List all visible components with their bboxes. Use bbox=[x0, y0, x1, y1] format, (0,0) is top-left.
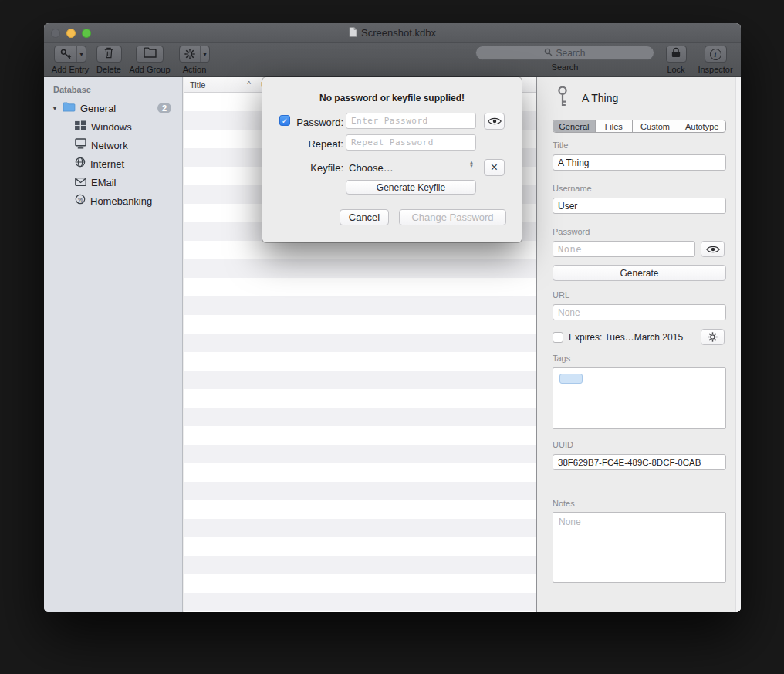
password-dialog: No password or keyfile supplied! ✓ Passw… bbox=[262, 77, 522, 242]
toolbar-item-action: ▾ Action bbox=[175, 46, 214, 74]
sidebar-item-network[interactable]: Network bbox=[44, 136, 182, 154]
sidebar: Database ▼ General 2 Windows Networ bbox=[44, 77, 183, 612]
reveal-password-button[interactable] bbox=[701, 241, 725, 257]
folder-icon bbox=[63, 101, 76, 115]
notes-box[interactable]: None bbox=[553, 512, 726, 583]
tags-box[interactable] bbox=[553, 367, 726, 429]
sidebar-item-internet[interactable]: Internet bbox=[44, 154, 182, 173]
password-input[interactable] bbox=[553, 241, 695, 257]
entry-title: A Thing bbox=[582, 92, 618, 104]
change-password-button[interactable]: Change Password bbox=[399, 209, 506, 225]
dialog-password-input[interactable] bbox=[346, 113, 476, 129]
add-group-label: Add Group bbox=[129, 65, 170, 74]
sidebar-item-homebanking[interactable]: % Homebanking bbox=[44, 191, 182, 210]
add-entry-dropdown[interactable]: ▾ bbox=[76, 46, 85, 62]
action-dropdown[interactable]: ▾ bbox=[200, 46, 208, 62]
banking-icon: % bbox=[75, 194, 86, 208]
add-group-button[interactable] bbox=[136, 46, 164, 63]
search-input[interactable]: Search bbox=[475, 46, 654, 60]
action-label: Action bbox=[183, 65, 207, 74]
sidebar-group-label: General bbox=[80, 103, 116, 114]
trash-icon bbox=[103, 46, 114, 62]
inspector-label: Inspector bbox=[698, 65, 732, 74]
toolbar-item-search: Search Search bbox=[475, 46, 654, 72]
toolbar-item-add-entry: ▾ Add Entry bbox=[51, 46, 90, 74]
inspector-button[interactable]: i bbox=[705, 46, 727, 63]
uuid-label: UUID bbox=[553, 440, 573, 449]
toolbar-item-inspector: i Inspector bbox=[697, 46, 734, 74]
windows-icon bbox=[75, 120, 86, 134]
dialog-repeat-input[interactable] bbox=[346, 134, 476, 151]
tab-autotype[interactable]: Autotype bbox=[678, 120, 725, 132]
uuid-input[interactable] bbox=[553, 454, 726, 470]
url-label: URL bbox=[553, 290, 569, 300]
inspector-panel: A Thing General Files Custom Autotype Ti… bbox=[536, 77, 741, 612]
search-placeholder: Search bbox=[556, 48, 585, 59]
toolbar-item-lock: Lock bbox=[663, 46, 689, 74]
minimize-button[interactable] bbox=[66, 29, 76, 38]
lock-icon bbox=[671, 47, 681, 61]
sidebar-item-windows[interactable]: Windows bbox=[44, 117, 182, 136]
generate-keyfile-button[interactable]: Generate Keyfile bbox=[346, 180, 476, 195]
expires-gear-button[interactable] bbox=[701, 329, 725, 345]
folder-plus-icon bbox=[144, 47, 157, 61]
tags-label: Tags bbox=[553, 354, 570, 363]
add-entry-button[interactable]: ▾ bbox=[54, 46, 86, 63]
action-button[interactable]: ▾ bbox=[179, 46, 209, 63]
zoom-button[interactable] bbox=[82, 29, 91, 38]
toolbar-item-delete: Delete bbox=[93, 46, 124, 74]
cancel-button[interactable]: Cancel bbox=[340, 209, 389, 225]
keyfile-popup[interactable]: Choose… ▲ ▼ bbox=[346, 159, 478, 176]
svg-text:%: % bbox=[78, 197, 83, 202]
dialog-repeat-label: Repeat: bbox=[293, 138, 343, 150]
tab-files[interactable]: Files bbox=[596, 120, 633, 132]
inspector-scrollbar[interactable] bbox=[735, 77, 741, 612]
info-icon: i bbox=[710, 49, 721, 60]
stepper-icon: ▲ ▼ bbox=[469, 161, 474, 168]
clear-keyfile-button[interactable]: × bbox=[484, 159, 505, 176]
sidebar-header: Database bbox=[53, 85, 182, 94]
close-button[interactable] bbox=[51, 29, 60, 38]
dialog-keyfile-label: Keyfile: bbox=[293, 162, 343, 174]
expires-label: Expires: Tues…March 2015 bbox=[569, 332, 683, 343]
keyfile-value: Choose… bbox=[346, 162, 394, 174]
window-title: Screenshot.kdbx bbox=[361, 27, 436, 39]
sidebar-group-general[interactable]: ▼ General 2 bbox=[44, 99, 182, 117]
key-plus-icon bbox=[55, 48, 76, 60]
sidebar-item-email[interactable]: EMail bbox=[44, 173, 182, 191]
column-header-title[interactable]: Title ^ bbox=[184, 77, 255, 92]
password-label: Password bbox=[553, 227, 590, 236]
tab-custom[interactable]: Custom bbox=[633, 120, 679, 132]
group-badge: 2 bbox=[157, 103, 171, 113]
sidebar-item-label: EMail bbox=[91, 177, 117, 188]
sidebar-item-label: Internet bbox=[90, 158, 124, 170]
traffic-lights bbox=[51, 29, 91, 38]
search-icon bbox=[544, 48, 553, 59]
disclosure-icon[interactable]: ▼ bbox=[52, 105, 63, 112]
dialog-reveal-button[interactable] bbox=[484, 113, 505, 130]
lock-button[interactable] bbox=[666, 46, 687, 63]
generate-button[interactable]: Generate bbox=[553, 265, 726, 281]
document-icon bbox=[349, 27, 357, 39]
titlebar: Screenshot.kdbx bbox=[44, 23, 741, 43]
sidebar-item-label: Windows bbox=[91, 121, 132, 133]
network-icon bbox=[75, 138, 86, 152]
tag-chip[interactable] bbox=[559, 374, 583, 384]
sidebar-item-label: Network bbox=[91, 140, 128, 151]
check-icon: ✓ bbox=[282, 117, 288, 125]
delete-button[interactable] bbox=[96, 46, 122, 63]
dialog-message: No password or keyfile supplied! bbox=[262, 93, 522, 103]
username-label: Username bbox=[553, 184, 592, 193]
username-input[interactable] bbox=[553, 198, 726, 214]
inspector-tabs: General Files Custom Autotype bbox=[553, 120, 726, 133]
entry-key-icon bbox=[554, 85, 571, 111]
sidebar-item-label: Homebanking bbox=[90, 195, 152, 207]
url-input[interactable] bbox=[553, 304, 726, 320]
column-title-label: Title bbox=[190, 80, 205, 90]
mail-icon bbox=[75, 175, 86, 189]
gear-icon bbox=[180, 49, 200, 59]
title-input[interactable] bbox=[553, 154, 726, 171]
expires-checkbox[interactable] bbox=[553, 332, 563, 343]
password-checkbox[interactable]: ✓ bbox=[279, 115, 290, 126]
tab-general[interactable]: General bbox=[553, 120, 596, 132]
